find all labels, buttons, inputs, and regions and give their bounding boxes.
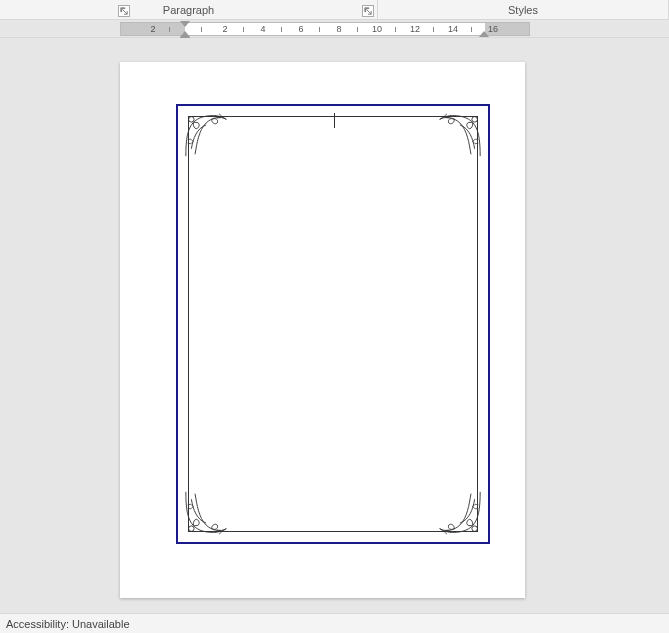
group-paragraph: Paragraph — [0, 0, 378, 19]
svg-point-1 — [472, 117, 478, 123]
ruler-tick — [319, 27, 320, 32]
status-bar: Accessibility: Unavailable — [0, 613, 669, 633]
text-cursor — [334, 113, 335, 128]
paragraph-prev-launcher[interactable] — [118, 5, 130, 17]
corner-ornament-icon — [436, 112, 482, 158]
group-styles: Styles — [378, 0, 669, 19]
corner-ornament-icon — [436, 490, 482, 536]
ruler-tick — [433, 27, 434, 32]
group-styles-label: Styles — [508, 4, 538, 16]
ruler-label: 4 — [260, 24, 265, 34]
ruler-tick — [281, 27, 282, 32]
page-border-inner — [188, 116, 478, 532]
ribbon-group-row: Paragraph Styles — [0, 0, 669, 20]
ruler-tick — [201, 27, 202, 32]
ruler-label: 10 — [372, 24, 382, 34]
document-page[interactable] — [120, 62, 525, 598]
first-line-indent-marker[interactable] — [180, 21, 190, 27]
ruler-tick — [169, 27, 170, 32]
ruler-tick — [357, 27, 358, 32]
ruler-label: 6 — [298, 24, 303, 34]
ruler-tick — [243, 27, 244, 32]
dialog-launcher-icon — [120, 7, 128, 15]
document-workspace — [0, 38, 669, 613]
ruler-tick — [471, 27, 472, 32]
ruler-label: 16 — [488, 24, 498, 34]
accessibility-status[interactable]: Accessibility: Unavailable — [6, 618, 130, 630]
horizontal-ruler[interactable]: 2 2 4 6 8 10 12 14 16 — [120, 22, 530, 36]
svg-point-2 — [189, 526, 195, 532]
ruler-area: 2 2 4 6 8 10 12 14 16 — [0, 20, 669, 38]
corner-ornament-icon — [184, 490, 230, 536]
dialog-launcher-icon — [364, 7, 372, 15]
ruler-label: 12 — [410, 24, 420, 34]
ruler-label: 2 — [222, 24, 227, 34]
svg-point-0 — [189, 117, 195, 123]
corner-ornament-icon — [184, 112, 230, 158]
ruler-label: 2 — [150, 24, 155, 34]
right-indent-marker[interactable] — [479, 31, 489, 37]
svg-point-3 — [472, 526, 478, 532]
group-paragraph-label: Paragraph — [163, 4, 214, 16]
ruler-tick — [395, 27, 396, 32]
ruler-label: 8 — [336, 24, 341, 34]
ruler-label: 14 — [448, 24, 458, 34]
paragraph-dialog-launcher[interactable] — [362, 5, 374, 17]
page-border-outer — [176, 104, 490, 544]
